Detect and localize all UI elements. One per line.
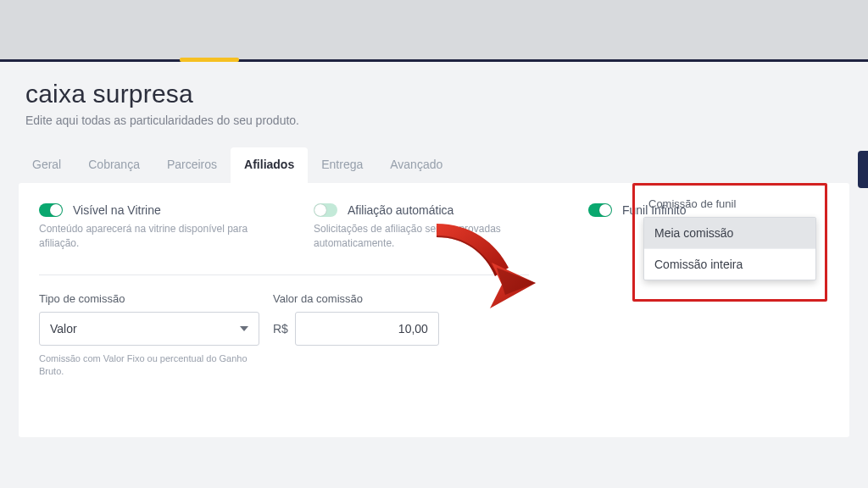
highlight-funnel-commission: Comissão de funil Meia comissão Comissão… xyxy=(632,183,827,302)
chevron-down-icon xyxy=(240,326,248,331)
tab-geral[interactable]: Geral xyxy=(19,147,75,183)
select-commission-type-value: Valor xyxy=(50,322,77,336)
dropdown-funnel-commission[interactable]: Meia comissão Comissão inteira xyxy=(643,217,816,280)
label-commission-value: Valor da comissão xyxy=(273,292,439,305)
affiliates-card: Visível na Vitrine Conteúdo aparecerá na… xyxy=(19,183,849,437)
tabs-bar: Geral Cobrança Parceiros Afiliados Entre… xyxy=(0,139,868,183)
label-visible-showcase: Visível na Vitrine xyxy=(73,203,161,217)
toggle-auto-affiliation[interactable] xyxy=(314,203,337,217)
select-commission-type[interactable]: Valor xyxy=(39,312,259,346)
product-settings-panel: caixa surpresa Edite aqui todas as parti… xyxy=(0,59,868,488)
page-subtitle: Edite aqui todas as particularidades do … xyxy=(25,114,843,127)
page-title: caixa surpresa xyxy=(25,80,843,108)
label-auto-affiliation: Afiliação automática xyxy=(348,203,453,217)
desc-visible-showcase: Conteúdo aparecerá na vitrine disponível… xyxy=(39,222,276,251)
label-funnel-commission: Comissão de funil xyxy=(648,197,815,210)
tab-cobranca[interactable]: Cobrança xyxy=(75,147,153,183)
tab-parceiros[interactable]: Parceiros xyxy=(153,147,231,183)
tab-entrega[interactable]: Entrega xyxy=(308,147,376,183)
hint-commission-type: Comissão com Valor Fixo ou percentual do… xyxy=(39,352,259,379)
currency-prefix: R$ xyxy=(273,322,288,336)
tab-afiliados[interactable]: Afiliados xyxy=(231,147,308,183)
tab-avancado[interactable]: Avançado xyxy=(376,147,456,183)
panel-top-border xyxy=(0,59,868,62)
toggle-visible-showcase[interactable] xyxy=(39,203,63,217)
option-full-commission[interactable]: Comissão inteira xyxy=(644,248,815,280)
toggle-infinite-funnel[interactable] xyxy=(588,203,612,217)
section-divider xyxy=(39,274,529,275)
option-half-commission[interactable]: Meia comissão xyxy=(644,218,815,248)
input-commission-value[interactable] xyxy=(295,312,439,346)
primary-action-button[interactable] xyxy=(858,151,868,188)
label-commission-type: Tipo de comissão xyxy=(39,292,259,305)
desc-auto-affiliation: Solicitações de afiliação serão aprovada… xyxy=(314,222,551,251)
panel-accent-bar xyxy=(180,58,239,62)
